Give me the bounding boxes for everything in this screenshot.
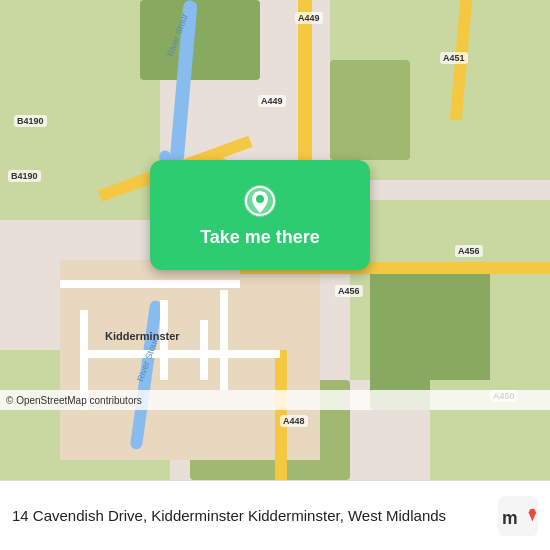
svg-text:m: m bbox=[502, 508, 518, 528]
road-label-b4190-top: B4190 bbox=[14, 115, 47, 127]
road-label-b4190-bot: B4190 bbox=[8, 170, 41, 182]
moovit-logo-svg: m bbox=[498, 496, 538, 536]
road-label-a456-mid: A456 bbox=[335, 285, 363, 297]
cta-label: Take me there bbox=[200, 227, 320, 248]
road-minor-6 bbox=[220, 290, 228, 390]
map: A449 A449 A451 B4190 B4190 A456 A456 A45… bbox=[0, 0, 550, 480]
road-minor-5 bbox=[200, 320, 208, 380]
road-label-a449-mid: A449 bbox=[258, 95, 286, 107]
svg-point-2 bbox=[256, 195, 264, 203]
svg-point-6 bbox=[529, 508, 535, 514]
terrain-forest-right bbox=[330, 60, 410, 160]
attribution-text: © OpenStreetMap contributors bbox=[6, 395, 142, 406]
address-text: 14 Cavendish Drive, Kidderminster Kidder… bbox=[12, 505, 488, 526]
moovit-logo: m bbox=[498, 496, 538, 536]
road-label-a451: A451 bbox=[440, 52, 468, 64]
road-label-a456-right: A456 bbox=[455, 245, 483, 257]
road-label-a449-north: A449 bbox=[295, 12, 323, 24]
road-label-a448: A448 bbox=[280, 415, 308, 427]
place-label-kidderminster: Kidderminster bbox=[105, 330, 180, 342]
road-a449-north bbox=[298, 0, 312, 160]
footer: 14 Cavendish Drive, Kidderminster Kidder… bbox=[0, 480, 550, 550]
road-minor-3 bbox=[80, 350, 280, 358]
take-me-there-button[interactable]: Take me there bbox=[150, 160, 370, 270]
road-minor-1 bbox=[60, 280, 240, 288]
map-attribution: © OpenStreetMap contributors bbox=[0, 390, 550, 410]
address-value: 14 Cavendish Drive, Kidderminster Kidder… bbox=[12, 507, 446, 524]
terrain-forest-top bbox=[140, 0, 260, 80]
location-pin-icon bbox=[242, 183, 278, 219]
